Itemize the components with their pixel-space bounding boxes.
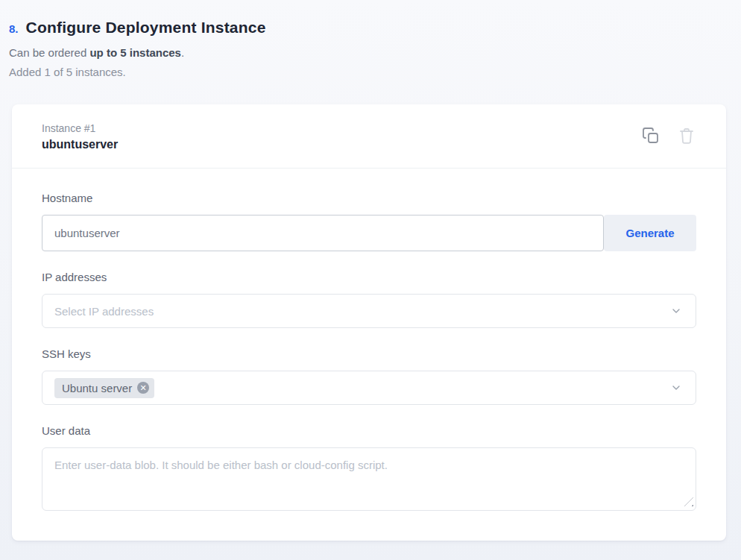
instance-card-body: Hostname Generate IP addresses Select IP… [12, 169, 726, 541]
order-limit-prefix: Can be ordered [9, 46, 89, 59]
user-data-field-group: User data [42, 424, 696, 511]
instance-actions [641, 128, 696, 147]
section-header: 8. Configure Deployment Instance Can be … [0, 0, 741, 78]
instance-number-label: Instance #1 [42, 122, 118, 134]
ip-addresses-label: IP addresses [42, 271, 696, 283]
generate-hostname-button[interactable]: Generate [604, 215, 696, 251]
ip-addresses-field-group: IP addresses Select IP addresses [42, 271, 696, 328]
copy-icon [642, 127, 660, 147]
ssh-keys-select[interactable]: Ubuntu server ✕ [42, 371, 696, 405]
ssh-key-tag-label: Ubuntu server [62, 382, 132, 394]
instance-name: ubuntuserver [42, 138, 118, 151]
duplicate-instance-button[interactable] [641, 128, 660, 147]
order-limit-suffix: . [181, 46, 184, 59]
hostname-field-group: Hostname Generate [42, 192, 696, 251]
user-data-label: User data [42, 424, 696, 437]
ip-addresses-placeholder: Select IP addresses [54, 305, 154, 318]
ssh-keys-field-group: SSH keys Ubuntu server ✕ [42, 347, 696, 405]
trash-icon [678, 127, 696, 147]
section-title-row: 8. Configure Deployment Instance [9, 19, 729, 37]
ssh-key-tag: Ubuntu server ✕ [54, 378, 154, 398]
ip-addresses-select[interactable]: Select IP addresses [42, 294, 696, 328]
ssh-keys-label: SSH keys [42, 347, 696, 360]
step-number: 8. [9, 22, 19, 35]
page-title: Configure Deployment Instance [26, 19, 266, 37]
delete-instance-button[interactable] [677, 128, 696, 147]
order-limit-bold: up to 5 instances [89, 46, 181, 59]
instances-counter: Added 1 of 5 instances. [9, 66, 729, 78]
instance-identity: Instance #1 ubuntuserver [42, 122, 118, 151]
hostname-row: Generate [42, 215, 696, 251]
user-data-textarea[interactable] [42, 447, 696, 511]
hostname-input[interactable] [42, 215, 604, 251]
chevron-down-icon [670, 305, 682, 317]
remove-ssh-key-icon[interactable]: ✕ [137, 382, 149, 394]
instance-card-header: Instance #1 ubuntuserver [12, 104, 726, 169]
instance-card: Instance #1 ubuntuserver [12, 104, 726, 541]
order-limit-text: Can be ordered up to 5 instances. [9, 46, 729, 59]
hostname-label: Hostname [42, 192, 696, 204]
user-data-textarea-wrap [42, 447, 696, 511]
chevron-down-icon [670, 382, 682, 394]
